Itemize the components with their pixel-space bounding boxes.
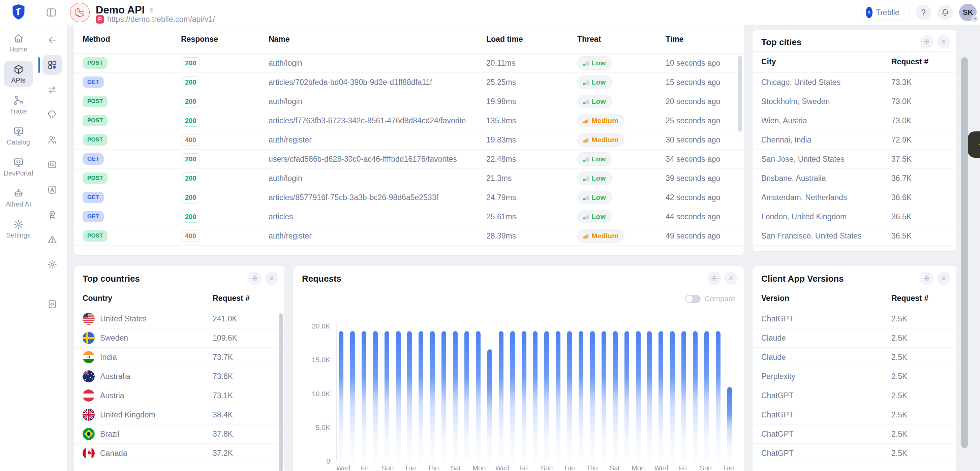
table-row[interactable]: POST400auth/register28.39msMedium49 seco…: [74, 226, 744, 246]
sidebar-item-settings[interactable]: Settings: [4, 216, 33, 242]
item-name: India: [100, 353, 117, 362]
col-load-time: Load time: [486, 35, 577, 44]
response-badge: 200: [181, 211, 200, 223]
city-row[interactable]: Amsterdam, Netherlands36.6K: [752, 188, 956, 207]
rail-item-grid[interactable]: [43, 55, 62, 75]
country-row[interactable]: Sweden109.6K: [74, 328, 285, 348]
item-name: Sweden: [100, 334, 128, 343]
alfred-floating-button[interactable]: [968, 131, 980, 158]
chart-bar: [407, 331, 412, 461]
close-widget-button[interactable]: [937, 35, 950, 49]
city-row[interactable]: San Jose, United States37.5K: [752, 150, 956, 169]
rail-item-lettera[interactable]: [43, 180, 62, 199]
sidebar-item-home[interactable]: Home: [4, 30, 33, 56]
country-row[interactable]: United Kingdom38.4K: [74, 405, 285, 425]
name-cell: Austria: [83, 390, 213, 402]
rail-item-list[interactable]: [43, 155, 62, 175]
close-widget-button[interactable]: [937, 272, 950, 285]
table-row[interactable]: GET200articles/702bfeda-bd04-390b-9d2e-d…: [74, 73, 744, 92]
rail-item-alert[interactable]: [43, 230, 62, 249]
sidebar-item-trace[interactable]: Trace: [4, 92, 33, 118]
request-name: users/cfad586b-d628-30c0-ac46-ffffbdd161…: [269, 154, 486, 164]
sidebar-item-apis[interactable]: APIs: [4, 60, 33, 87]
table-row[interactable]: GET200articles/8577916f-75cb-3a3b-bc26-9…: [74, 188, 744, 207]
request-count: 37.5K: [891, 154, 948, 164]
threat-badge: Low: [577, 152, 612, 166]
rail-item-swap[interactable]: [43, 80, 62, 100]
item-name: Brazil: [100, 430, 119, 439]
version-row[interactable]: ChatGPT2.5K: [752, 444, 956, 463]
workspace-switcher[interactable]: Treblle: [861, 4, 910, 21]
city-row[interactable]: Stockholm, Sweden73.0K: [752, 92, 956, 111]
city-row[interactable]: Brisbane, Australia36.7K: [752, 169, 956, 188]
method-badge: POST: [83, 134, 108, 146]
codedoc-icon: [47, 299, 57, 309]
move-widget-button[interactable]: [920, 35, 934, 49]
x-axis-tick: Sat: [609, 464, 620, 471]
city-row[interactable]: Wien, Austria73.0K: [752, 111, 956, 130]
chart-bar: [476, 331, 480, 461]
sidebar-item-devportal[interactable]: DevPortal: [4, 154, 33, 180]
requests-table-card: Method Response Name Load time Threat Ti…: [74, 25, 744, 255]
close-widget-button[interactable]: [724, 272, 738, 285]
panel-scrollbar[interactable]: [279, 313, 283, 471]
request-time: 20 seconds ago: [666, 97, 735, 106]
close-widget-button[interactable]: [265, 272, 278, 285]
sidebar-item-alfred-ai[interactable]: Alfred AI: [4, 185, 33, 211]
version-row[interactable]: ChatGPT2.5K: [752, 425, 956, 444]
table-row[interactable]: POST400auth/register19.83msMedium30 seco…: [74, 130, 744, 150]
table-scrollbar[interactable]: [738, 56, 742, 132]
version-row[interactable]: Claude2.5K: [752, 348, 956, 367]
table-row[interactable]: POST200articles/f7763fb3-6723-342c-8561-…: [74, 111, 744, 130]
sidebar-item-catalog[interactable]: Catalog: [4, 123, 33, 149]
city-row[interactable]: San Francisco, United States36.5K: [752, 226, 956, 246]
y-axis-tick: 15.0K: [293, 356, 330, 364]
country-row[interactable]: Austria73.1K: [74, 386, 285, 405]
page-scrollbar-thumb[interactable]: [961, 57, 968, 448]
x-axis-tick: Fri: [677, 464, 689, 471]
country-row[interactable]: Australia73.6K: [74, 367, 285, 386]
version-row[interactable]: ChatGPT2.5K: [752, 386, 956, 405]
rail-item-back[interactable]: [43, 30, 62, 50]
bell-icon: [941, 8, 950, 17]
divider: [752, 288, 956, 288]
move-widget-button[interactable]: [707, 272, 721, 285]
notifications-button[interactable]: [937, 5, 953, 20]
table-row[interactable]: POST200auth/login21.3msLow39 seconds ago: [74, 169, 744, 188]
rail-item-codedoc[interactable]: [43, 294, 62, 314]
move-widget-button[interactable]: [920, 272, 934, 285]
threat-cell: Low: [577, 75, 666, 89]
city-row[interactable]: Chicago, United States73.3K: [752, 73, 956, 92]
city-row[interactable]: London, United Kingdom36.5K: [752, 207, 956, 226]
chart-bar: [465, 331, 469, 461]
project-name: Demo API: [96, 4, 145, 16]
rail-item-users[interactable]: [43, 130, 62, 150]
city-row[interactable]: Chennai, India72.9K: [752, 130, 956, 150]
version-row[interactable]: ChatGPT2.5K: [752, 309, 956, 328]
table-row[interactable]: POST200auth/login19.98msLow20 seconds ag…: [74, 92, 744, 111]
project-url[interactable]: https://demo.treblle.com/api/v1/: [107, 15, 215, 24]
country-row[interactable]: Brazil37.8K: [74, 425, 285, 444]
treblle-logo[interactable]: [11, 4, 25, 21]
response-cell: 200: [181, 153, 269, 165]
page-title[interactable]: Demo API: [96, 4, 155, 16]
back-icon: [47, 35, 57, 45]
name-cell: San Francisco, United States: [761, 231, 891, 240]
country-row[interactable]: United States241.0K: [74, 309, 285, 328]
collapse-panel-icon[interactable]: [46, 7, 57, 18]
table-row[interactable]: POST200auth/login20.11msLow10 seconds ag…: [74, 54, 744, 73]
table-row[interactable]: GET200users/cfad586b-d628-30c0-ac46-ffff…: [74, 150, 744, 169]
rail-item-gear[interactable]: [43, 255, 62, 274]
version-row[interactable]: ChatGPT2.5K: [752, 405, 956, 425]
rail-item-badge[interactable]: [43, 205, 62, 224]
version-row[interactable]: Claude2.5K: [752, 328, 956, 348]
rail-item-cloud[interactable]: [43, 105, 62, 125]
country-row[interactable]: Canada37.2K: [74, 444, 285, 463]
table-row[interactable]: GET200articles25.61msLow44 seconds ago: [74, 207, 744, 226]
move-widget-button[interactable]: [248, 272, 261, 285]
version-row[interactable]: Perplexity2.5K: [752, 367, 956, 386]
country-row[interactable]: India73.7K: [74, 348, 285, 367]
user-avatar[interactable]: SK: [959, 4, 977, 21]
help-button[interactable]: ?: [916, 5, 931, 20]
compare-toggle[interactable]: [685, 295, 701, 303]
